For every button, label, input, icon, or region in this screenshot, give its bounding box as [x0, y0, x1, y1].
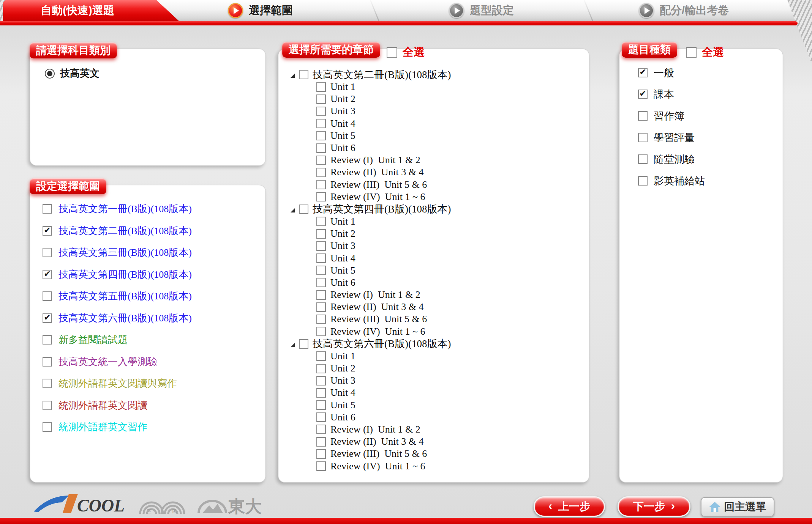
type-item-row[interactable]: 課本 — [638, 83, 705, 105]
type-item-checkbox[interactable] — [638, 176, 648, 186]
tree-chapter-label[interactable]: Review (II) Unit 3 & 4 — [330, 301, 424, 313]
tree-chapter-label[interactable]: Review (III) Unit 5 & 6 — [330, 448, 427, 459]
tab-auto-quick-select[interactable]: 自動(快速)選題 — [3, 0, 179, 21]
tree-chapter-row[interactable]: Unit 5 — [316, 399, 451, 411]
tree-chapter-checkbox[interactable] — [316, 119, 326, 128]
types-select-all[interactable]: 全選 — [686, 45, 724, 60]
tree-chapter-label[interactable]: Unit 3 — [330, 240, 355, 252]
tree-chapter-checkbox[interactable] — [316, 437, 326, 447]
range-item-row[interactable]: 技高英文統一入學測驗 — [43, 351, 192, 373]
tree-chapter-row[interactable]: Unit 2 — [316, 93, 451, 105]
tree-chapter-checkbox[interactable] — [316, 107, 326, 116]
tree-chapter-label[interactable]: Unit 6 — [330, 412, 355, 423]
type-item-row[interactable]: 習作簿 — [638, 105, 705, 127]
range-item-label[interactable]: 統測外語群英文閱讀 — [58, 399, 147, 412]
tree-chapter-label[interactable]: Unit 5 — [330, 265, 355, 276]
tree-chapter-label[interactable]: Unit 1 — [330, 216, 355, 227]
tree-chapter-row[interactable]: Unit 1 — [316, 81, 451, 93]
tree-chapter-label[interactable]: Unit 2 — [330, 93, 355, 105]
tree-chapter-checkbox[interactable] — [316, 82, 326, 92]
tree-chapter-label[interactable]: Review (III) Unit 5 & 6 — [330, 179, 427, 190]
tree-chapter-checkbox[interactable] — [316, 425, 326, 434]
tree-chapter-checkbox[interactable] — [316, 266, 326, 275]
tree-chapter-checkbox[interactable] — [316, 131, 326, 140]
tree-chapter-row[interactable]: Unit 3 — [316, 105, 451, 117]
tree-chapter-checkbox[interactable] — [316, 302, 326, 312]
range-item-label[interactable]: 技高英文第六冊(B版)(108版本) — [58, 312, 192, 325]
tree-chapter-checkbox[interactable] — [316, 400, 326, 410]
range-item-label[interactable]: 技高英文第五冊(B版)(108版本) — [58, 290, 192, 303]
subject-radio[interactable] — [45, 69, 55, 79]
tree-chapter-row[interactable]: Unit 2 — [316, 228, 451, 240]
tree-book-checkbox[interactable] — [299, 205, 308, 214]
range-item-label[interactable]: 統測外語群英文閱讀與寫作 — [58, 377, 177, 390]
tree-chapter-checkbox[interactable] — [316, 376, 326, 386]
tree-chapter-checkbox[interactable] — [316, 412, 326, 422]
tree-chapter-row[interactable]: Review (II) Unit 3 & 4 — [316, 166, 451, 178]
type-item-row[interactable]: 影英補給站 — [638, 170, 705, 192]
range-item-label[interactable]: 技高英文統一入學測驗 — [58, 355, 157, 368]
chapters-select-all[interactable]: 全選 — [387, 45, 425, 60]
tree-chapter-checkbox[interactable] — [316, 315, 326, 324]
type-item-checkbox[interactable] — [638, 68, 648, 77]
tree-chapter-row[interactable]: Review (IV) Unit 1 ~ 6 — [316, 191, 451, 203]
tree-chapter-checkbox[interactable] — [316, 241, 326, 251]
tree-chapter-label[interactable]: Unit 5 — [330, 130, 355, 142]
type-item-label[interactable]: 影英補給站 — [654, 174, 705, 188]
tree-chapter-checkbox[interactable] — [316, 143, 326, 153]
chapters-select-all-label[interactable]: 全選 — [403, 45, 425, 60]
chapters-select-all-checkbox[interactable] — [387, 47, 397, 58]
tree-chapter-checkbox[interactable] — [316, 461, 326, 471]
type-item-label[interactable]: 課本 — [654, 88, 674, 101]
tree-chapter-checkbox[interactable] — [316, 253, 326, 263]
tree-chapter-row[interactable]: Unit 6 — [316, 277, 451, 289]
type-item-label[interactable]: 學習評量 — [654, 131, 695, 145]
main-menu-button[interactable]: 回主選單 — [701, 497, 774, 517]
tree-chapter-checkbox[interactable] — [316, 180, 326, 189]
tree-chapter-checkbox[interactable] — [316, 327, 326, 336]
range-item-row[interactable]: 技高英文第三冊(B版)(108版本) — [43, 242, 192, 264]
tree-chapter-row[interactable]: Unit 2 — [316, 362, 451, 375]
tree-chapter-checkbox[interactable] — [316, 364, 326, 373]
range-item-label[interactable]: 統測外語群英文習作 — [58, 420, 147, 434]
range-item-row[interactable]: 技高英文第五冊(B版)(108版本) — [43, 285, 192, 307]
tree-chapter-label[interactable]: Unit 5 — [330, 400, 355, 411]
range-item-checkbox[interactable] — [43, 379, 52, 388]
tree-chapter-label[interactable]: Unit 2 — [330, 228, 355, 239]
type-item-label[interactable]: 隨堂測驗 — [654, 153, 695, 166]
range-item-checkbox[interactable] — [43, 422, 52, 432]
range-item-row[interactable]: 技高英文第二冊(B版)(108版本) — [43, 220, 192, 242]
tree-chapter-label[interactable]: Unit 3 — [330, 375, 355, 386]
subject-radio-label[interactable]: 技高英文 — [60, 67, 100, 80]
tree-chapter-label[interactable]: Unit 3 — [330, 105, 355, 117]
range-item-checkbox[interactable] — [43, 270, 52, 279]
tree-chapter-checkbox[interactable] — [316, 94, 326, 104]
tree-chapter-row[interactable]: Review (II) Unit 3 & 4 — [316, 301, 451, 313]
tree-chapter-label[interactable]: Review (I) Unit 1 & 2 — [330, 289, 420, 301]
range-item-label[interactable]: 新多益閱讀試題 — [58, 333, 128, 346]
range-item-checkbox[interactable] — [43, 357, 52, 367]
tree-chapter-checkbox[interactable] — [316, 229, 326, 239]
range-item-row[interactable]: 統測外語群英文習作 — [43, 416, 192, 438]
tree-chapter-row[interactable]: Unit 6 — [316, 142, 451, 154]
tree-chapter-label[interactable]: Review (IV) Unit 1 ~ 6 — [330, 461, 425, 472]
tree-chapter-checkbox[interactable] — [316, 278, 326, 287]
range-item-checkbox[interactable] — [43, 226, 52, 236]
tab-select-range[interactable]: 選擇範圍 — [228, 0, 293, 21]
tree-chapter-row[interactable]: Review (III) Unit 5 & 6 — [316, 313, 451, 325]
tree-chapter-checkbox[interactable] — [316, 168, 326, 177]
tree-chapter-row[interactable]: Review (IV) Unit 1 ~ 6 — [316, 326, 451, 338]
tree-chapter-row[interactable]: Unit 6 — [316, 411, 451, 423]
tree-chapter-row[interactable]: Unit 5 — [316, 264, 451, 277]
type-item-checkbox[interactable] — [638, 133, 648, 142]
range-item-row[interactable]: 技高英文第四冊(B版)(108版本) — [43, 264, 192, 286]
tree-chapter-label[interactable]: Unit 4 — [330, 387, 355, 398]
tree-chapter-label[interactable]: Review (I) Unit 1 & 2 — [330, 424, 420, 435]
tree-chapter-row[interactable]: Review (III) Unit 5 & 6 — [316, 448, 451, 460]
type-item-row[interactable]: 學習評量 — [638, 127, 705, 148]
tree-chapter-checkbox[interactable] — [316, 449, 326, 459]
tree-book-label[interactable]: 技高英文第六冊(B版)(108版本) — [313, 337, 451, 351]
tree-chapter-checkbox[interactable] — [316, 217, 326, 226]
tree-chapter-label[interactable]: Unit 4 — [330, 253, 355, 264]
tree-expand-icon[interactable] — [291, 207, 295, 211]
